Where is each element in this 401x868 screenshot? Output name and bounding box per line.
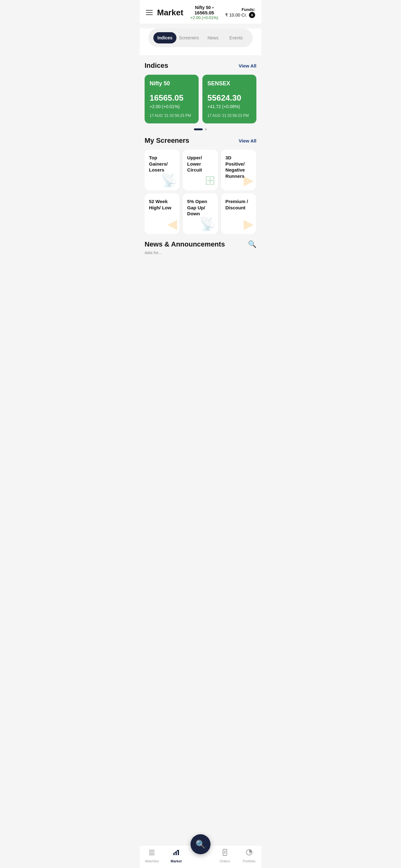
- screener-title: 5% Open Gap Up/ Down: [187, 198, 213, 217]
- screener-card-52week[interactable]: 52 Week High/ Low ◀: [144, 193, 179, 234]
- svg-rect-10: [224, 852, 226, 853]
- dot-inactive: [205, 128, 207, 130]
- fab-search-button[interactable]: 🔍: [191, 834, 210, 854]
- dot-active: [194, 128, 203, 130]
- tab-events[interactable]: Events: [225, 32, 248, 43]
- indices-view-all[interactable]: View All: [239, 63, 257, 68]
- screener-card-3d-runners[interactable]: 3D Positive/ Negative Runners ▶: [221, 150, 256, 190]
- portfolio-icon: [245, 849, 253, 858]
- watchlist-icon: [148, 849, 156, 858]
- index-name: Nifty 50: [149, 80, 194, 87]
- carousel-pagination: [144, 128, 257, 130]
- index-change: +41.72 (+0.08%): [207, 104, 252, 109]
- screeners-view-all[interactable]: View All: [239, 138, 257, 144]
- index-timestamp: 17 AUG '21 02:56:23 PM: [207, 114, 252, 118]
- screener-title: 52 Week High/ Low: [149, 198, 175, 211]
- search-icon: 🔍: [196, 840, 205, 849]
- market-label: Market: [170, 859, 181, 863]
- index-value: 16565.05: [149, 93, 194, 103]
- screeners-section-header: My Screeners View All: [144, 136, 257, 145]
- screener-title: Top Gainers/ Losers: [149, 155, 175, 173]
- screener-title: Premium / Discount: [226, 198, 252, 211]
- screener-icon-grid: ⊞: [205, 173, 215, 188]
- watchlist-label: Watchlist: [145, 859, 159, 863]
- screener-card-premium-discount[interactable]: Premium / Discount ▶: [221, 193, 256, 234]
- index-card-sensex[interactable]: SENSEX 55624.30 +41.72 (+0.08%) 17 AUG '…: [202, 75, 257, 123]
- screener-icon-signal: 📡: [161, 173, 177, 188]
- svg-point-7: [177, 850, 178, 851]
- screener-row-1: Top Gainers/ Losers 📡 Upper/ Lower Circu…: [144, 150, 257, 190]
- screener-row-2: 52 Week High/ Low ◀ 5% Open Gap Up/ Down…: [144, 193, 257, 234]
- nifty-summary[interactable]: Nifty 50 ▾ 16565.05 +2.00 (+0.01%): [190, 5, 218, 20]
- news-placeholder: data for...: [144, 250, 162, 255]
- app-header: Market Nifty 50 ▾ 16565.05 +2.00 (+0.01%…: [140, 0, 261, 24]
- svg-rect-11: [224, 853, 225, 854]
- indices-cards-row: Nifty 50 16565.05 +2.00 (+0.01%) 17 AUG …: [144, 75, 257, 123]
- hamburger-menu[interactable]: [146, 10, 153, 15]
- tab-news[interactable]: News: [201, 32, 225, 43]
- tab-indices[interactable]: Indices: [153, 32, 176, 43]
- screeners-title: My Screeners: [144, 136, 189, 145]
- screener-icon-back: ◀: [167, 216, 177, 231]
- tab-bar: Indices Screeners News Events: [148, 28, 253, 47]
- tab-container: Indices Screeners News Events: [140, 28, 261, 55]
- news-search-icon[interactable]: 🔍: [248, 240, 257, 248]
- screener-card-upper-lower[interactable]: Upper/ Lower Circuit ⊞: [183, 150, 218, 190]
- screener-title: Upper/ Lower Circuit: [187, 155, 213, 173]
- news-title: News & Announcements: [144, 240, 225, 248]
- news-section: News & Announcements 🔍 data for...: [144, 240, 257, 255]
- orders-icon: [221, 849, 229, 858]
- nifty-change: +2.00 (+0.01%): [190, 15, 218, 20]
- nav-market[interactable]: Market: [164, 849, 188, 863]
- funds-value-row: ₹ 10.00 Cr. +: [225, 12, 255, 18]
- funds-info: Funds: ₹ 10.00 Cr. +: [225, 7, 255, 18]
- svg-rect-2: [149, 853, 155, 854]
- nifty-label: Nifty 50 ▾: [190, 5, 218, 10]
- indices-section-header: Indices View All: [144, 62, 257, 70]
- funds-value: ₹ 10.00 Cr.: [225, 12, 247, 18]
- screener-icon-play: ▶: [244, 216, 254, 231]
- orders-label: Orders: [220, 859, 230, 863]
- nav-portfolio[interactable]: Portfolio: [237, 849, 261, 863]
- screener-card-gap-updown[interactable]: 5% Open Gap Up/ Down 📡: [183, 193, 218, 234]
- portfolio-label: Portfolio: [243, 859, 256, 863]
- nav-watchlist[interactable]: Watchlist: [140, 849, 164, 863]
- screener-title: 3D Positive/ Negative Runners: [226, 155, 252, 179]
- svg-rect-0: [149, 850, 155, 850]
- index-name: SENSEX: [207, 80, 252, 87]
- chevron-down-icon: ▾: [212, 6, 213, 9]
- index-change: +2.00 (+0.01%): [149, 104, 194, 109]
- main-content: Indices View All Nifty 50 16565.05 +2.00…: [140, 62, 261, 255]
- screener-card-top-gainers[interactable]: Top Gainers/ Losers 📡: [144, 150, 179, 190]
- index-timestamp: 17 AUG '21 02:56:23 PM: [149, 114, 194, 118]
- svg-rect-9: [224, 851, 226, 851]
- indices-title: Indices: [144, 62, 168, 70]
- screener-icon-signal: 📡: [199, 216, 215, 231]
- page-title: Market: [157, 8, 183, 18]
- add-funds-button[interactable]: +: [249, 12, 255, 18]
- tab-screeners[interactable]: Screeners: [176, 32, 201, 43]
- svg-rect-1: [149, 851, 155, 852]
- header-left: Market: [146, 8, 183, 18]
- index-value: 55624.30: [207, 93, 252, 103]
- market-icon: [172, 849, 180, 858]
- nav-orders[interactable]: Orders: [213, 849, 237, 863]
- index-card-nifty[interactable]: Nifty 50 16565.05 +2.00 (+0.01%) 17 AUG …: [144, 75, 199, 123]
- news-header: News & Announcements 🔍: [144, 240, 257, 248]
- nifty-value: 16565.05: [190, 10, 218, 15]
- funds-label: Funds:: [225, 7, 255, 12]
- svg-rect-3: [149, 855, 155, 855]
